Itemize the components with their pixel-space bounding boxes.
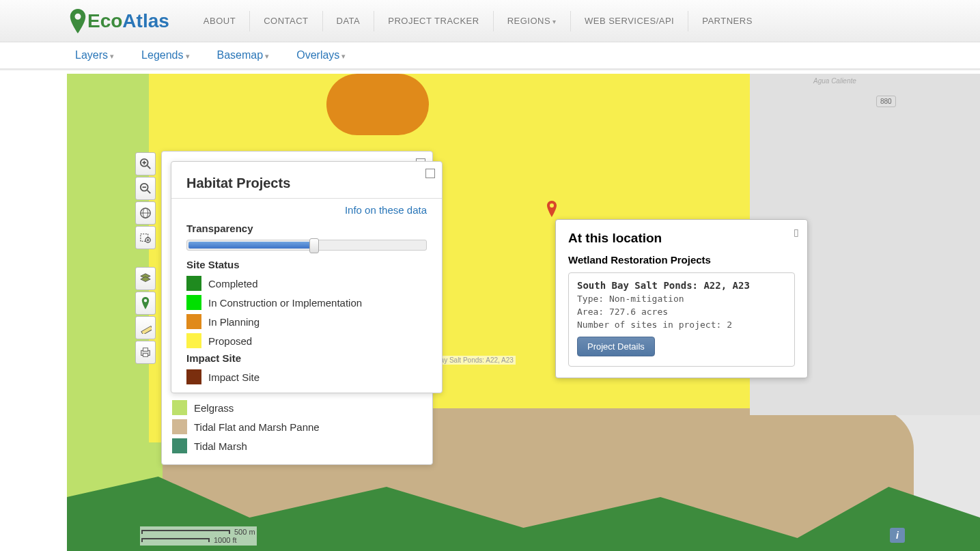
zoom-extent-button[interactable] <box>135 226 156 249</box>
locate-button[interactable] <box>135 292 156 315</box>
layers-button[interactable] <box>135 267 156 290</box>
legend-row-impact: Impact Site <box>186 369 427 384</box>
nav-about[interactable]: ABOUT <box>190 11 249 31</box>
close-icon[interactable] <box>425 169 435 178</box>
legend-row-planning: In Planning <box>186 314 427 329</box>
transparency-slider[interactable] <box>186 240 427 251</box>
project-area: Area: 727.6 acres <box>577 307 786 317</box>
nav-partners[interactable]: PARTNERS <box>688 11 766 31</box>
logo-atlas: Atlas <box>122 10 169 32</box>
swatch-icon <box>186 369 201 384</box>
logo-eco: Eco <box>87 10 122 32</box>
map-toolbar-tools <box>135 267 156 364</box>
logo[interactable]: EcoAtlas <box>68 9 169 33</box>
nav-regions[interactable]: REGIONS <box>493 11 570 31</box>
nav-api[interactable]: WEB SERVICES/API <box>570 11 688 31</box>
popup-close-icon[interactable]: ▯ <box>794 227 799 238</box>
subnav-overlays[interactable]: Overlays <box>296 49 346 61</box>
impact-site-heading: Impact Site <box>186 352 427 364</box>
svg-rect-16 <box>141 326 152 334</box>
swatch-icon <box>186 276 201 291</box>
transparency-label: Transparency <box>186 223 427 234</box>
popup-card: South Bay Salt Ponds: A22, A23 Type: Non… <box>568 272 795 367</box>
nav-data[interactable]: DATA <box>322 11 374 31</box>
legend-row-construction: In Construction or Implementation <box>186 295 427 310</box>
subnav-basemap[interactable]: Basemap <box>217 49 270 61</box>
project-sites: Number of sites in project: 2 <box>577 320 786 330</box>
route-shield: 880 <box>876 96 896 107</box>
print-button[interactable] <box>135 341 156 364</box>
subnav-legends[interactable]: Legends <box>141 49 189 61</box>
swatch-icon <box>186 314 201 329</box>
slider-handle[interactable] <box>309 238 319 253</box>
svg-rect-18 <box>143 348 148 352</box>
svg-line-1 <box>148 166 151 169</box>
svg-line-5 <box>148 190 151 194</box>
nav-project-tracker[interactable]: PROJECT TRACKER <box>374 11 492 31</box>
legend-row-eelgrass: Eelgrass <box>172 400 422 415</box>
project-name: South Bay Salt Ponds: A22, A23 <box>577 280 786 291</box>
project-details-button[interactable]: Project Details <box>577 337 655 356</box>
street-label: Agua Caliente <box>811 76 858 85</box>
swatch-icon <box>186 333 201 348</box>
info-link[interactable]: Info on these data <box>186 204 427 216</box>
sub-navbar: Layers Legends Basemap Overlays <box>0 42 980 70</box>
legend-title: Habitat Projects <box>186 175 427 191</box>
zoom-in-button[interactable] <box>135 152 156 175</box>
legend-row-proposed: Proposed <box>186 333 427 348</box>
swatch-icon <box>186 295 201 310</box>
popup-subtitle: Wetland Restoration Projects <box>568 254 795 266</box>
swatch-icon <box>172 400 187 415</box>
subnav-layers[interactable]: Layers <box>75 49 114 61</box>
swatch-icon <box>172 419 187 434</box>
nav-contact[interactable]: CONTACT <box>249 11 322 31</box>
logo-pin-icon <box>68 9 87 33</box>
legend-row-tidal-flat: Tidal Flat and Marsh Panne <box>172 419 422 434</box>
site-status-label: Site Status <box>186 259 427 270</box>
legend-panel-habitat: Habitat Projects Info on these data Tran… <box>171 161 443 393</box>
globe-button[interactable] <box>135 201 156 225</box>
scale-bar: 500 m 1000 ft <box>140 526 257 546</box>
swatch-icon <box>172 438 187 453</box>
legend-row-completed: Completed <box>186 276 427 291</box>
map-toolbar-zoom <box>135 152 156 249</box>
nav-items: ABOUT CONTACT DATA PROJECT TRACKER REGIO… <box>190 11 766 31</box>
measure-button[interactable] <box>135 316 156 339</box>
project-type: Type: Non-mitigation <box>577 294 786 304</box>
legend-row-tidal-marsh: Tidal Marsh <box>172 438 422 453</box>
map-info-button[interactable]: i <box>890 528 905 543</box>
top-navbar: EcoAtlas ABOUT CONTACT DATA PROJECT TRAC… <box>0 0 980 42</box>
map-canvas[interactable]: 880 Agua Caliente South Bay Salt Ponds: … <box>67 74 980 551</box>
map-marker-icon[interactable] <box>546 201 557 217</box>
svg-rect-19 <box>143 354 148 357</box>
svg-marker-15 <box>141 277 150 281</box>
location-popup: ▯ At this location Wetland Restoration P… <box>555 219 808 378</box>
zoom-out-button[interactable] <box>135 177 156 200</box>
popup-title: At this location <box>568 231 795 246</box>
